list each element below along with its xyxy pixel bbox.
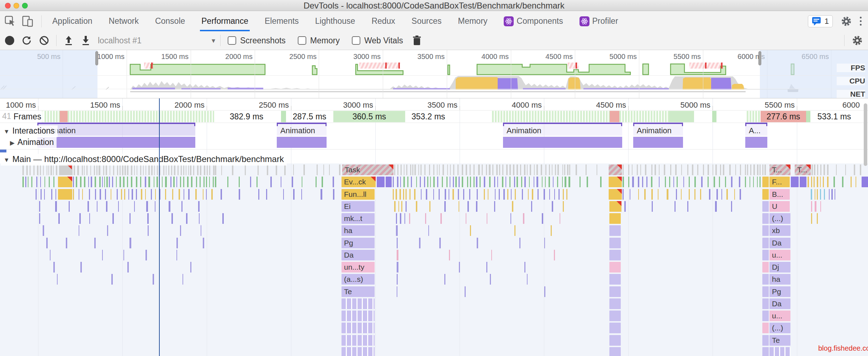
animation-bar[interactable] [633, 137, 683, 148]
flame-event[interactable]: (a...s) [342, 274, 375, 285]
flame-event[interactable] [342, 347, 375, 356]
tab-redux[interactable]: Redux [368, 11, 398, 31]
clear-recording-icon[interactable] [39, 36, 49, 45]
flame-event[interactable]: Pg [769, 286, 790, 297]
frame-segment[interactable] [68, 111, 214, 122]
flame-event[interactable] [762, 250, 769, 260]
flame-event[interactable]: Da [769, 298, 790, 309]
flame-event[interactable]: u... [769, 311, 790, 321]
flame-event[interactable]: Da [342, 250, 375, 260]
settings-gear-icon[interactable] [841, 16, 852, 27]
interactions-section-label[interactable]: ▼Interactions [1, 125, 58, 137]
flame-event[interactable]: Fun...ll [342, 189, 375, 200]
animation-bar[interactable] [745, 137, 767, 148]
checkbox-web-vitals[interactable]: Web Vitals [352, 36, 403, 45]
frame-segment[interactable]: 360.5 ms [333, 111, 405, 122]
flame-event[interactable] [762, 262, 769, 273]
flame-event[interactable]: Pg [342, 238, 375, 248]
animation-bar[interactable] [277, 137, 327, 148]
flame-event[interactable] [342, 298, 375, 309]
flame-event[interactable]: Da [769, 238, 790, 248]
flame-event[interactable]: Dj [769, 262, 790, 273]
tab-elements[interactable]: Elements [261, 11, 302, 31]
flame-event[interactable] [609, 213, 621, 224]
flame-event[interactable] [762, 298, 769, 309]
frame-segment[interactable]: 277.6 ms [761, 111, 806, 122]
flame-event[interactable]: Te [342, 286, 375, 297]
tab-profiler[interactable]: Profiler [576, 11, 622, 31]
flame-event[interactable] [762, 201, 769, 212]
vertical-scrollbar[interactable] [864, 103, 867, 166]
animation-bar[interactable] [503, 137, 622, 148]
timeline-overview[interactable]: 500 ms1000 ms1500 ms2000 ms2500 ms3000 m… [0, 50, 868, 98]
flame-event[interactable] [609, 347, 621, 356]
flame-chart-view[interactable]: 1000 ms1500 ms2000 ms2500 ms3000 ms3500 … [0, 98, 868, 356]
load-profile-icon[interactable] [64, 35, 74, 46]
flame-event[interactable] [609, 189, 622, 200]
flame-event[interactable]: B... [769, 189, 790, 200]
flame-event[interactable]: mk...t [342, 213, 375, 224]
flame-event[interactable] [762, 177, 769, 187]
interaction-bar[interactable]: Animation [37, 123, 195, 136]
checkbox-memory[interactable]: Memory [298, 36, 340, 45]
flame-event[interactable] [762, 323, 769, 333]
flame-event[interactable] [386, 177, 392, 187]
flame-event[interactable] [609, 311, 621, 321]
flame-event[interactable] [58, 177, 72, 187]
flame-event[interactable] [609, 323, 621, 333]
trash-icon[interactable] [412, 35, 422, 46]
flame-event[interactable] [609, 274, 621, 285]
animation-bar[interactable] [37, 137, 195, 148]
flame-event[interactable] [609, 177, 622, 187]
record-button[interactable] [5, 36, 14, 45]
selection-handle-right[interactable] [758, 51, 761, 65]
flame-event[interactable] [800, 177, 806, 187]
flame-event[interactable] [762, 311, 769, 321]
flame-event[interactable]: T... [769, 164, 790, 175]
flame-event[interactable] [862, 177, 868, 187]
flame-event[interactable] [342, 311, 375, 321]
flame-event[interactable] [609, 286, 621, 297]
flame-event[interactable]: Ev...ck [342, 177, 376, 187]
flame-event[interactable] [609, 225, 621, 236]
flame-event[interactable]: Task [342, 164, 393, 175]
flame-event[interactable] [60, 164, 72, 175]
flame-event[interactable]: F... [769, 177, 790, 187]
flame-event[interactable]: ha [769, 274, 790, 285]
interaction-bar[interactable]: A... [745, 123, 767, 136]
save-profile-icon[interactable] [81, 35, 91, 46]
frame-segment[interactable] [619, 111, 669, 122]
tab-memory[interactable]: Memory [454, 11, 491, 31]
flame-event[interactable] [762, 274, 769, 285]
flame-event[interactable] [762, 335, 769, 346]
tab-performance[interactable]: Performance [198, 11, 252, 31]
flame-event[interactable]: (...) [769, 213, 790, 224]
flame-event[interactable]: (...) [769, 323, 790, 333]
interaction-bar[interactable]: Animation [503, 123, 622, 136]
interaction-bar[interactable]: Animation [633, 123, 683, 136]
tab-application[interactable]: Application [49, 11, 96, 31]
flame-event[interactable] [609, 335, 621, 346]
flame-event[interactable] [609, 238, 621, 248]
device-toolbar-icon[interactable] [21, 15, 34, 27]
frame-segment[interactable] [42, 111, 60, 122]
tab-components[interactable]: Components [500, 11, 566, 31]
flame-event[interactable] [609, 250, 621, 260]
flame-event[interactable] [609, 298, 621, 309]
flame-event[interactable] [762, 213, 769, 224]
capture-settings-gear-icon[interactable] [852, 35, 863, 46]
flame-event[interactable] [762, 189, 769, 200]
tab-lighthouse[interactable]: Lighthouse [312, 11, 359, 31]
checkbox-screenshots[interactable]: Screenshots [228, 36, 286, 45]
flame-event[interactable]: Te [769, 335, 790, 346]
flame-event[interactable] [609, 262, 621, 273]
frame-segment[interactable] [669, 111, 694, 122]
flame-event[interactable] [769, 347, 790, 356]
flame-event[interactable]: un...ty [342, 262, 375, 273]
animation-track-label[interactable]: ▶Animation [7, 137, 57, 149]
tab-network[interactable]: Network [105, 11, 142, 31]
issues-badge[interactable]: 1 [808, 15, 833, 27]
frame-segment[interactable] [610, 111, 619, 122]
flame-event[interactable] [377, 177, 385, 187]
inspect-element-icon[interactable] [4, 15, 16, 27]
